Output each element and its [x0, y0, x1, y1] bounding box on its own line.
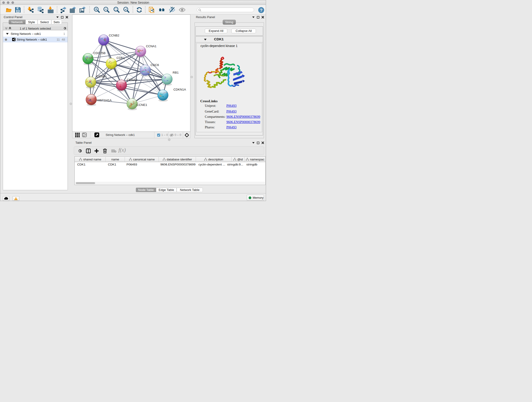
svg-text:HIST1H1A: HIST1H1A: [97, 99, 112, 102]
svg-text:CDC6: CDC6: [151, 63, 159, 67]
svg-text:RB1: RB1: [173, 71, 179, 74]
svg-text:CCNB2: CCNB2: [109, 34, 119, 37]
svg-text:CDKN1A: CDKN1A: [173, 88, 186, 91]
svg-text:CCNE1: CCNE1: [137, 103, 147, 107]
svg-text:CDK1: CDK1: [117, 56, 125, 60]
svg-text:CCNA2: CCNA2: [127, 78, 138, 82]
svg-text:CDC25B: CDC25B: [94, 51, 106, 55]
svg-text:?: ?: [260, 8, 263, 13]
svg-text:CCNA1: CCNA1: [146, 45, 157, 48]
svg-text:CCNB1: CCNB1: [96, 75, 107, 78]
